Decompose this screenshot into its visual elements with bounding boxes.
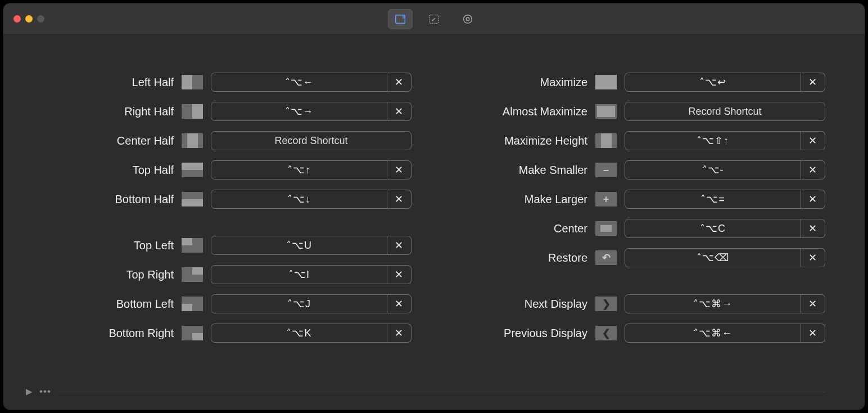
shortcut-recorder[interactable]: ˄⌥I✕: [211, 265, 412, 284]
action-label: Top Right: [43, 268, 174, 281]
tab-snap-areas[interactable]: [422, 9, 446, 29]
shortcut-row: Left Half˄⌥←✕: [43, 68, 412, 97]
clear-shortcut-button[interactable]: ✕: [383, 265, 412, 284]
clear-shortcut-button[interactable]: ✕: [383, 160, 412, 179]
shortcut-field[interactable]: ˄⌥⌘→: [625, 294, 801, 313]
shortcut-recorder[interactable]: ˄⌥↑✕: [211, 160, 412, 179]
shortcut-recorder[interactable]: ˄⌥J✕: [211, 294, 412, 313]
layout-thumbnail-icon: [182, 75, 203, 89]
shortcut-field[interactable]: ˄⌥⌘←: [625, 324, 801, 343]
layout-thumbnail-icon: [595, 75, 617, 89]
titlebar: ⌘: [3, 3, 865, 35]
clear-shortcut-button[interactable]: ✕: [797, 219, 825, 238]
more-icon[interactable]: •••: [39, 386, 51, 397]
clear-shortcut-button[interactable]: ✕: [797, 294, 825, 313]
shortcut-field[interactable]: ˄⌥←: [211, 73, 387, 92]
shortcut-recorder[interactable]: ˄⌥C✕: [625, 219, 825, 238]
layout-thumbnail-icon: [182, 133, 203, 148]
shortcut-field[interactable]: ˄⌥U: [211, 236, 387, 255]
clear-shortcut-button[interactable]: ✕: [383, 102, 412, 121]
shortcut-row: Center HalfRecord Shortcut: [43, 126, 412, 155]
clear-shortcut-button[interactable]: ✕: [383, 294, 412, 313]
layout-thumbnail-icon: ↶: [595, 250, 617, 265]
shortcut-field[interactable]: ˄⌥⇧↑: [625, 131, 801, 150]
shortcut-row: Bottom Left˄⌥J✕: [43, 289, 412, 318]
action-label: Left Half: [43, 76, 174, 89]
clear-shortcut-button[interactable]: ✕: [797, 324, 825, 343]
shortcut-recorder[interactable]: ˄⌥⌘←✕: [625, 324, 825, 343]
shortcut-field[interactable]: ˄⌥C: [625, 219, 801, 238]
shortcut-field[interactable]: ˄⌥↩: [625, 73, 801, 92]
clear-shortcut-button[interactable]: ✕: [383, 190, 412, 209]
minimize-button[interactable]: [25, 15, 33, 23]
shortcut-recorder[interactable]: ˄⌥→✕: [211, 102, 412, 121]
shortcut-recorder[interactable]: ˄⌥-✕: [625, 160, 825, 179]
svg-text:⌘: ⌘: [402, 15, 406, 20]
action-label: Bottom Right: [43, 327, 174, 340]
action-label: Center: [456, 222, 587, 235]
action-label: Restore: [456, 252, 587, 264]
shortcut-field[interactable]: ˄⌥↑: [211, 160, 387, 179]
shortcut-recorder[interactable]: ˄⌥⇧↑✕: [625, 131, 825, 150]
shortcut-field[interactable]: ˄⌥J: [211, 294, 387, 313]
layout-thumbnail-icon: –: [595, 163, 617, 177]
shortcut-field[interactable]: Record Shortcut: [625, 102, 825, 121]
action-label: Maximize Height: [456, 134, 587, 147]
clear-shortcut-button[interactable]: ✕: [797, 73, 825, 92]
tab-shortcuts[interactable]: ⌘: [388, 9, 413, 29]
shortcut-row: Bottom Right˄⌥K✕: [43, 318, 412, 348]
action-label: Right Half: [43, 105, 174, 118]
shortcut-row: Right Half˄⌥→✕: [43, 97, 412, 126]
layout-thumbnail-icon: [182, 163, 203, 177]
disclosure-triangle-icon[interactable]: ▶: [26, 387, 33, 397]
shortcut-row: Top Right˄⌥I✕: [43, 260, 412, 289]
shortcut-field[interactable]: ˄⌥-: [625, 160, 801, 179]
shortcut-row: Maximize Height˄⌥⇧↑✕: [456, 126, 825, 155]
shortcut-field[interactable]: ˄⌥⌫: [625, 248, 801, 267]
clear-shortcut-button[interactable]: ✕: [797, 131, 825, 150]
layout-thumbnail-icon: [182, 267, 203, 282]
action-label: Bottom Half: [43, 193, 174, 206]
layout-thumbnail-icon: ❯: [595, 297, 617, 311]
shortcut-recorder[interactable]: ˄⌥←✕: [211, 73, 412, 92]
clear-shortcut-button[interactable]: ✕: [797, 190, 825, 209]
layout-thumbnail-icon: [182, 192, 203, 206]
shortcut-row: Make Smaller–˄⌥-✕: [456, 155, 825, 185]
close-button[interactable]: [13, 15, 21, 23]
svg-point-4: [466, 17, 469, 21]
shortcut-field[interactable]: Record Shortcut: [211, 131, 412, 150]
shortcut-recorder[interactable]: Record Shortcut: [625, 102, 825, 121]
shortcut-row: Next Display❯˄⌥⌘→✕: [456, 289, 825, 318]
shortcut-recorder[interactable]: ˄⌥K✕: [211, 324, 412, 343]
shortcut-field[interactable]: ˄⌥K: [211, 324, 387, 343]
action-label: Make Smaller: [456, 164, 587, 177]
zoom-button[interactable]: [37, 15, 44, 23]
clear-shortcut-button[interactable]: ✕: [383, 236, 412, 255]
layout-thumbnail-icon: [182, 297, 203, 311]
shortcut-field[interactable]: ˄⌥=: [625, 190, 801, 209]
shortcut-recorder[interactable]: Record Shortcut: [211, 131, 412, 150]
shortcut-recorder[interactable]: ˄⌥↓✕: [211, 190, 412, 209]
shortcut-recorder[interactable]: ˄⌥↩✕: [625, 73, 825, 92]
shortcut-row: Top Left˄⌥U✕: [43, 231, 412, 260]
action-label: Maximize: [456, 76, 587, 89]
shortcut-field[interactable]: ˄⌥↓: [211, 190, 387, 209]
action-label: Center Half: [43, 134, 174, 147]
clear-shortcut-button[interactable]: ✕: [797, 160, 825, 179]
clear-shortcut-button[interactable]: ✕: [797, 248, 825, 267]
svg-point-3: [464, 15, 472, 23]
layout-thumbnail-icon: [182, 326, 203, 340]
shortcut-recorder[interactable]: ˄⌥=✕: [625, 190, 825, 209]
layout-thumbnail-icon: [595, 221, 617, 236]
tab-settings[interactable]: [455, 9, 480, 29]
content: Left Half˄⌥←✕Right Half˄⌥→✕Center HalfRe…: [3, 35, 865, 410]
clear-shortcut-button[interactable]: ✕: [383, 324, 412, 343]
shortcut-field[interactable]: ˄⌥I: [211, 265, 387, 284]
clear-shortcut-button[interactable]: ✕: [383, 73, 412, 92]
layout-thumbnail-icon: [182, 104, 203, 119]
shortcut-recorder[interactable]: ˄⌥⌘→✕: [625, 294, 825, 313]
layout-thumbnail-icon: ❮: [595, 326, 617, 340]
shortcut-recorder[interactable]: ˄⌥U✕: [211, 236, 412, 255]
shortcut-field[interactable]: ˄⌥→: [211, 102, 387, 121]
shortcut-recorder[interactable]: ˄⌥⌫✕: [625, 248, 825, 267]
